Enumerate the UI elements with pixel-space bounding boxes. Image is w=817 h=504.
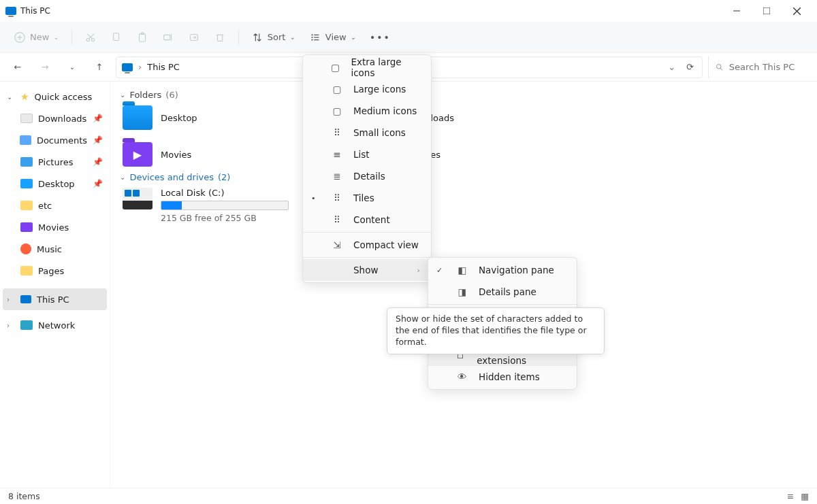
- chevron-down-icon: ⌄: [351, 33, 356, 41]
- view-option-large[interactable]: ▢Large icons: [303, 78, 431, 100]
- search-input[interactable]: [729, 62, 803, 72]
- drive-name: Local Disk (C:): [161, 188, 289, 198]
- view-icon: [309, 31, 321, 44]
- up-button[interactable]: ↑: [89, 56, 110, 78]
- quick-access-label: Quick access: [35, 92, 93, 102]
- folders-section-header[interactable]: ⌄ Folders (6): [120, 90, 810, 100]
- close-button[interactable]: [782, 0, 812, 22]
- view-option-tiles[interactable]: •⠿Tiles: [303, 187, 431, 209]
- svg-rect-17: [217, 35, 222, 41]
- menu-label: Extra large icons: [351, 56, 420, 78]
- drive-local-disk-c[interactable]: Local Disk (C:) 215 GB free of 255 GB: [123, 188, 810, 223]
- ellipsis-icon: •••: [370, 32, 391, 43]
- item-count: 8 items: [8, 491, 40, 501]
- view-option-show[interactable]: Show›: [303, 259, 431, 281]
- copy-button[interactable]: [105, 26, 128, 49]
- sidebar-item-label: This PC: [37, 295, 69, 305]
- large-icons-icon: ▢: [330, 84, 344, 95]
- refresh-button[interactable]: ⟳: [684, 62, 696, 72]
- share-button[interactable]: [182, 26, 206, 49]
- view-option-compact[interactable]: ⇲Compact view: [303, 234, 431, 256]
- sidebar-item-documents[interactable]: Documents 📌: [3, 129, 107, 151]
- sidebar-item-music[interactable]: Music: [3, 238, 107, 260]
- section-count: (2): [218, 172, 230, 182]
- sidebar-item-this-pc[interactable]: › This PC: [3, 288, 107, 310]
- more-button[interactable]: •••: [364, 26, 396, 49]
- chevron-down-icon: ⌄: [120, 91, 125, 99]
- movies-folder-icon: [123, 142, 153, 167]
- sidebar-item-label: Movies: [38, 222, 69, 233]
- sidebar-item-label: Pages: [38, 266, 64, 276]
- view-option-xlarge[interactable]: ▢Extra large icons: [303, 56, 431, 78]
- chevron-down-icon: ⌄: [289, 33, 295, 41]
- maximize-button[interactable]: [752, 0, 782, 22]
- section-count: (6): [165, 90, 178, 100]
- drive-icon: [123, 188, 153, 209]
- svg-point-25: [716, 64, 721, 69]
- folder-movies[interactable]: Movies: [123, 142, 197, 167]
- view-option-medium[interactable]: ▢Medium icons: [303, 100, 431, 122]
- chevron-right-icon: ›: [7, 322, 15, 329]
- menu-label: List: [353, 149, 370, 160]
- tooltip-text: Show or hide the set of characters added…: [396, 314, 587, 347]
- menu-label: Navigation pane: [479, 265, 554, 275]
- paste-button[interactable]: [131, 26, 154, 49]
- sort-button[interactable]: Sort ⌄: [246, 26, 301, 49]
- sidebar-item-movies[interactable]: Movies: [3, 216, 107, 238]
- search-box[interactable]: [708, 56, 810, 78]
- view-option-details[interactable]: ≣Details: [303, 165, 431, 187]
- svg-point-7: [86, 38, 89, 41]
- view-button-label: View: [325, 32, 347, 42]
- show-hidden-items[interactable]: 👁Hidden items: [428, 366, 577, 388]
- view-option-small[interactable]: ⠿Small icons: [303, 122, 431, 144]
- movies-icon: [20, 222, 33, 232]
- sidebar-item-etc[interactable]: etc: [3, 195, 107, 216]
- picture-icon: [20, 157, 33, 167]
- view-option-content[interactable]: ⠿Content: [303, 209, 431, 231]
- folder-desktop[interactable]: Desktop: [123, 105, 197, 130]
- drives-section-header[interactable]: ⌄ Devices and drives (2): [120, 172, 810, 182]
- rename-button[interactable]: [157, 26, 180, 49]
- trash-icon: [214, 31, 226, 44]
- view-button[interactable]: View ⌄: [304, 26, 362, 49]
- sidebar-item-network[interactable]: › Network: [3, 314, 107, 336]
- minimize-button[interactable]: [722, 0, 752, 22]
- back-button[interactable]: ←: [7, 56, 29, 78]
- eye-icon: 👁: [455, 371, 469, 382]
- check-icon: ✓: [436, 266, 446, 275]
- address-dropdown-toggle[interactable]: ⌄: [665, 62, 678, 72]
- pin-icon: 📌: [93, 114, 103, 123]
- recent-dropdown[interactable]: ⌄: [61, 56, 83, 78]
- details-icon: ≣: [330, 171, 344, 182]
- tiles-view-toggle[interactable]: ▦: [801, 491, 809, 501]
- quick-access-header[interactable]: ⌄ ★ Quick access: [3, 86, 107, 107]
- cut-button[interactable]: [79, 26, 102, 49]
- show-navigation-pane[interactable]: ✓◧Navigation pane: [428, 259, 577, 281]
- sidebar-item-pictures[interactable]: Pictures 📌: [3, 151, 107, 173]
- network-icon: [20, 320, 33, 330]
- this-pc-icon: [122, 63, 133, 71]
- document-icon: [20, 135, 31, 145]
- chevron-down-icon: ⌄: [120, 173, 125, 181]
- view-option-list[interactable]: ≡List: [303, 144, 431, 165]
- sidebar-item-downloads[interactable]: Downloads 📌: [3, 107, 107, 129]
- forward-button[interactable]: →: [34, 56, 56, 78]
- delete-button[interactable]: [208, 26, 231, 49]
- svg-rect-14: [163, 35, 170, 39]
- drive-free-text: 215 GB free of 255 GB: [161, 213, 289, 223]
- sidebar-item-label: Network: [38, 320, 75, 331]
- chevron-right-icon: ›: [417, 266, 420, 275]
- show-details-pane[interactable]: ◨Details pane: [428, 281, 577, 303]
- separator: [238, 30, 239, 45]
- new-button[interactable]: New ⌄: [8, 26, 65, 49]
- sidebar-item-desktop[interactable]: Desktop 📌: [3, 173, 107, 195]
- breadcrumb[interactable]: This PC: [147, 62, 180, 72]
- menu-separator: [303, 257, 431, 258]
- sort-icon: [251, 31, 263, 44]
- sidebar-item-pages[interactable]: Pages: [3, 260, 107, 282]
- chevron-right-icon: ›: [7, 296, 15, 303]
- svg-point-21: [311, 36, 313, 37]
- details-view-toggle[interactable]: ≡: [787, 491, 794, 501]
- tiles-icon: ⠿: [330, 192, 344, 203]
- menu-label: Tiles: [353, 192, 374, 203]
